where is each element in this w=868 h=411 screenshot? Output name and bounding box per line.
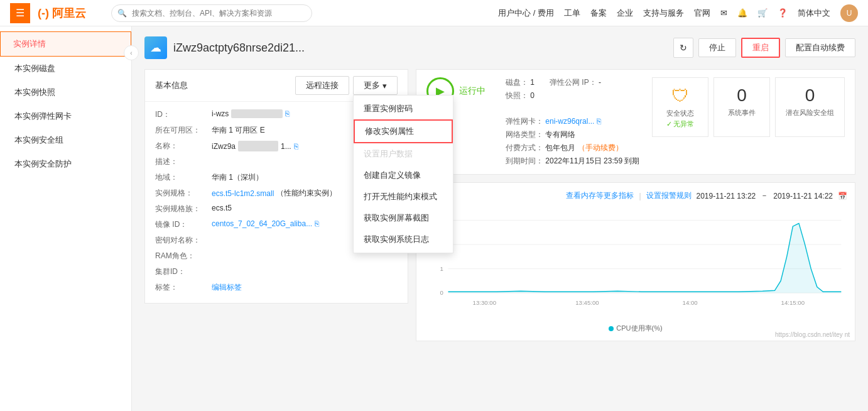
spec-note: （性能约束实例）: [276, 188, 337, 199]
dropdown-item-modify-attrs[interactable]: 修改实例属性: [354, 119, 453, 143]
system-events-card: 0 系统事件: [713, 77, 770, 137]
nav-enterprise[interactable]: 企业: [617, 8, 633, 19]
nav-beian[interactable]: 备案: [590, 8, 607, 19]
calendar-icon[interactable]: 📅: [838, 192, 847, 200]
logo[interactable]: (-) 阿里云: [38, 6, 86, 21]
cpu-chart-svg: 3 2 1 0 13:30:00 13:45:00 14:00 14:15:00: [424, 206, 847, 319]
nav-user-billing[interactable]: 用户中心 / 费用: [498, 8, 554, 19]
stop-button[interactable]: 停止: [698, 38, 736, 57]
image-link[interactable]: centos_7_02_64_20G_aliba...: [212, 219, 312, 228]
nav-language[interactable]: 简体中文: [798, 8, 830, 19]
nav-ticket[interactable]: 工单: [564, 8, 580, 19]
dropdown-item-no-fee-mode[interactable]: 打开无性能约束模式: [354, 186, 453, 207]
resource-info: 磁盘： 1 弹性公网 IP： - 快照：: [506, 77, 642, 167]
nav-official[interactable]: 官网: [694, 8, 710, 19]
resource-row-2: 快照： 0 弹性网卡： eni-wz96qral... ⎘: [506, 90, 642, 127]
legend-dot: [609, 326, 614, 331]
chart-header: CPU 查看内存等更多指标 | 设置报警规则 2019-11-21 13:22 …: [424, 190, 847, 201]
mail-icon[interactable]: ✉: [720, 8, 727, 18]
nic-value[interactable]: eni-wz96qral...: [545, 117, 594, 126]
view-more-metrics-link[interactable]: 查看内存等更多指标: [566, 190, 634, 201]
watermark: https://blog.csdn.net/itey nt: [775, 331, 850, 338]
resource-row-4: 付费方式： 包年包月 （手动续费）: [506, 143, 642, 153]
search-icon: 🔍: [117, 9, 127, 18]
disk-info: 磁盘： 1: [506, 77, 534, 88]
name-blurred: [238, 141, 278, 151]
sidebar-collapse-button[interactable]: ‹: [124, 45, 139, 60]
chevron-down-icon: ▾: [382, 81, 387, 90]
svg-text:14:00: 14:00: [683, 299, 698, 306]
cart-icon[interactable]: 🛒: [757, 8, 768, 18]
id-blurred: se2di21: [231, 109, 283, 118]
hamburger-icon: ☰: [16, 7, 24, 19]
remote-connect-button[interactable]: 远程连接: [295, 76, 349, 95]
disk-value: 1: [530, 78, 534, 87]
page-title: iZwz9actpty68nrse2di21...: [173, 41, 305, 55]
sidebar-item-instance-security-group[interactable]: 本实例安全组: [0, 128, 131, 152]
main-layout: ‹ 实例详情 本实例磁盘 本实例快照 本实例弹性网卡 本实例安全组 本实例安全防…: [0, 26, 868, 411]
svg-text:13:30:00: 13:30:00: [473, 299, 496, 306]
search-input[interactable]: [111, 4, 312, 22]
instance-icon: ☁: [144, 36, 167, 59]
field-image-label: 镜像 ID：: [155, 219, 212, 230]
id-partial: i-wzs: [212, 109, 229, 118]
field-id-label: ID：: [155, 109, 212, 120]
sidebar-item-label: 实例详情: [13, 39, 46, 48]
more-label: 更多: [364, 80, 380, 91]
name-partial2: 1...: [281, 142, 291, 151]
config-auto-renew-button[interactable]: 配置自动续费: [785, 38, 855, 57]
sidebar-item-instance-snapshot[interactable]: 本实例快照: [0, 80, 131, 104]
more-dropdown-wrapper: 更多 ▾ 重置实例密码 修改实例属性 设置用户数据 创建自定义镜像 打开无性能约…: [353, 76, 398, 95]
billing-label: 付费方式：: [506, 143, 543, 152]
restart-button[interactable]: 重启: [741, 38, 780, 58]
network-type-value: 专有网络: [545, 130, 575, 139]
check-icon: ✓: [666, 120, 672, 128]
sidebar-item-instance-detail[interactable]: 实例详情: [0, 31, 131, 57]
copy-id-icon[interactable]: ⎘: [285, 109, 290, 118]
field-tag: 标签： 编辑标签: [155, 280, 398, 295]
name-partial1: iZwz9a: [212, 142, 236, 151]
more-button[interactable]: 更多 ▾: [353, 76, 398, 95]
copy-name-icon[interactable]: ⎘: [294, 142, 298, 151]
hamburger-menu[interactable]: ☰: [10, 3, 30, 23]
dropdown-item-set-user-data[interactable]: 设置用户数据: [354, 143, 453, 165]
cpu-chart-panel: CPU 查看内存等更多指标 | 设置报警规则 2019-11-21 13:22 …: [416, 182, 855, 341]
field-cluster-label: 集群ID：: [155, 266, 212, 277]
copy-nic-icon[interactable]: ⎘: [597, 117, 601, 126]
main-content-area: ☁ iZwz9actpty68nrse2di21... ↻ 停止 重启 配置自动…: [132, 26, 868, 411]
bell-icon[interactable]: 🔔: [737, 8, 747, 18]
field-key-label: 密钥对名称：: [155, 235, 212, 246]
sidebar-item-instance-security-protect[interactable]: 本实例安全防护: [0, 152, 131, 176]
resource-row-1: 磁盘： 1 弹性公网 IP： -: [506, 77, 642, 88]
system-events-label: 系统事件: [724, 108, 759, 118]
expire-label: 到期时间：: [506, 156, 543, 165]
avatar[interactable]: U: [840, 4, 858, 22]
field-zone-label: 所在可用区：: [155, 125, 212, 136]
collapse-icon: ‹: [130, 50, 132, 57]
nic-label: 弹性网卡：: [506, 117, 543, 126]
dropdown-item-create-image[interactable]: 创建自定义镜像: [354, 165, 453, 186]
dropdown-item-reset-password[interactable]: 重置实例密码: [354, 98, 453, 119]
sidebar-item-instance-disk[interactable]: 本实例磁盘: [0, 57, 131, 80]
refresh-button[interactable]: ↻: [673, 38, 693, 58]
set-alert-link[interactable]: 设置报警规则: [646, 190, 692, 201]
dropdown-item-system-log[interactable]: 获取实例系统日志: [354, 229, 453, 250]
sidebar-item-label: 本实例安全组: [14, 135, 63, 145]
edit-tag-link[interactable]: 编辑标签: [212, 282, 242, 293]
security-stats-area: 🛡 安全状态 ✓ 无异常 0 系统事件: [652, 77, 845, 137]
nav-support[interactable]: 支持与服务: [643, 8, 684, 19]
shield-icon: 🛡: [663, 85, 698, 106]
snapshot-label: 快照：: [506, 91, 528, 100]
help-icon[interactable]: ❓: [778, 8, 788, 18]
logo-text: (-) 阿里云: [38, 6, 86, 21]
expire-info: 到期时间： 2022年11月15日 23:59 到期: [506, 156, 639, 167]
copy-image-icon[interactable]: ⎘: [315, 219, 319, 228]
field-cluster: 集群ID：: [155, 264, 398, 280]
dropdown-item-screenshot[interactable]: 获取实例屏幕截图: [354, 207, 453, 229]
system-events-number: 0: [724, 85, 759, 106]
field-spec-label: 实例规格：: [155, 188, 212, 199]
spec-link[interactable]: ecs.t5-lc1m2.small: [212, 189, 274, 198]
basic-info-title: 基本信息: [155, 80, 188, 91]
sidebar-item-instance-nic[interactable]: 本实例弹性网卡: [0, 104, 131, 128]
nic-info: 弹性网卡： eni-wz96qral... ⎘: [506, 116, 601, 127]
